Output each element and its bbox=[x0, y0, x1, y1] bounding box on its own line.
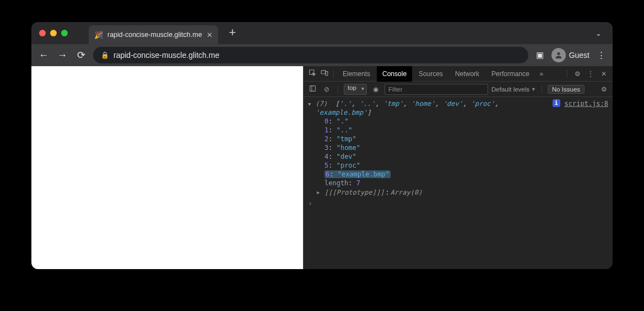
profile-button[interactable]: Guest bbox=[551, 48, 589, 62]
tab-performance[interactable]: Performance bbox=[486, 66, 535, 82]
devtools-kebab-icon[interactable]: ⋮ bbox=[585, 70, 596, 78]
array-summary-item: '..' bbox=[359, 100, 375, 108]
console-prompt[interactable]: › bbox=[308, 197, 608, 208]
minimize-window-button[interactable] bbox=[50, 30, 57, 36]
browser-tab[interactable]: 🎉 rapid-concise-muscle.glitch.me ✕ bbox=[89, 25, 218, 44]
console-array-summary-row[interactable]: (7) ['.', '..', 'tmp', 'home', 'dev', 'p… bbox=[308, 99, 608, 117]
avatar-icon bbox=[551, 48, 566, 62]
array-length-prefix: (7) bbox=[316, 100, 328, 108]
lock-icon: 🔒 bbox=[101, 51, 109, 59]
prototype-row[interactable]: [[[Prototype]]]: Array(0) bbox=[308, 187, 608, 197]
context-selector[interactable]: top bbox=[344, 84, 367, 95]
tab-sources[interactable]: Sources bbox=[413, 66, 448, 82]
address-bar[interactable]: 🔒 rapid-concise-muscle.glitch.me bbox=[93, 47, 528, 63]
devtools-tabbar: Elements Console Sources Network Perform… bbox=[304, 66, 613, 82]
array-entry: 5: "proc" bbox=[324, 161, 608, 170]
array-entry: 3: "home" bbox=[324, 143, 608, 152]
tab-network[interactable]: Network bbox=[450, 66, 485, 82]
url-text: rapid-concise-muscle.glitch.me bbox=[113, 51, 219, 60]
issues-button[interactable]: No Issues bbox=[548, 85, 585, 94]
array-summary-item: '.' bbox=[339, 100, 351, 108]
live-expression-icon[interactable]: ◉ bbox=[370, 85, 381, 93]
maximize-window-button[interactable] bbox=[61, 30, 68, 36]
console-settings-icon[interactable]: ⚙ bbox=[598, 85, 609, 93]
inspect-element-icon[interactable] bbox=[307, 69, 318, 78]
browser-window: 🎉 rapid-concise-muscle.glitch.me ✕ + ⌄ ←… bbox=[31, 22, 613, 269]
tab-title: rapid-concise-muscle.glitch.me bbox=[107, 31, 202, 39]
content-area: Elements Console Sources Network Perform… bbox=[31, 66, 613, 269]
toolbar: ← → ⟳ 🔒 rapid-concise-muscle.glitch.me ▣… bbox=[31, 44, 613, 66]
array-entry: 1: ".." bbox=[324, 126, 608, 135]
log-levels-label: Default levels bbox=[491, 86, 529, 93]
array-summary-item: 'proc' bbox=[470, 100, 494, 108]
forward-button[interactable]: → bbox=[56, 50, 69, 61]
devtools-settings-icon[interactable]: ⚙ bbox=[572, 70, 583, 78]
side-panel-icon[interactable]: ▣ bbox=[534, 50, 546, 60]
svg-rect-2 bbox=[321, 71, 326, 74]
new-tab-button[interactable]: + bbox=[229, 25, 236, 40]
console-output[interactable]: (7) ['.', '..', 'tmp', 'home', 'dev', 'p… bbox=[304, 97, 613, 269]
array-entry: 0: "." bbox=[324, 117, 608, 126]
close-tab-button[interactable]: ✕ bbox=[207, 31, 213, 39]
clear-console-icon[interactable]: ⊘ bbox=[321, 85, 332, 93]
page-viewport[interactable] bbox=[31, 66, 303, 269]
filter-input[interactable] bbox=[385, 84, 488, 95]
array-summary-item: 'example.bmp' bbox=[316, 109, 367, 116]
console-filter-bar: ⊘ top ◉ Default levels ▼ No Issues ⚙ bbox=[304, 82, 613, 97]
expand-toggle-icon[interactable] bbox=[308, 99, 315, 109]
tab-console[interactable]: Console bbox=[377, 66, 412, 82]
array-entry: 4: "dev" bbox=[324, 152, 608, 161]
titlebar: 🎉 rapid-concise-muscle.glitch.me ✕ + ⌄ bbox=[31, 22, 613, 44]
reload-button[interactable]: ⟳ bbox=[74, 49, 88, 61]
more-tabs-icon[interactable]: » bbox=[536, 70, 547, 78]
expand-toggle-icon[interactable] bbox=[317, 187, 323, 197]
array-entry: 2: "tmp" bbox=[324, 135, 608, 143]
array-entry: 6: "example.bmp" bbox=[324, 170, 608, 179]
svg-rect-4 bbox=[310, 85, 315, 91]
array-summary-item: 'dev' bbox=[443, 100, 463, 108]
close-window-button[interactable] bbox=[39, 30, 46, 36]
devtools-close-icon[interactable]: ✕ bbox=[598, 70, 609, 78]
kebab-menu-button[interactable]: ⋮ bbox=[595, 50, 607, 60]
window-controls bbox=[39, 30, 68, 36]
device-toolbar-icon[interactable] bbox=[319, 69, 330, 78]
array-entries: 0: "."1: ".."2: "tmp"3: "home"4: "dev"5:… bbox=[308, 117, 608, 179]
svg-point-0 bbox=[557, 52, 560, 55]
info-badge-icon[interactable]: i bbox=[553, 99, 560, 107]
profile-label: Guest bbox=[569, 51, 589, 60]
array-length-row: length: 7 bbox=[308, 179, 608, 187]
tabs-overflow-button[interactable]: ⌄ bbox=[596, 29, 602, 37]
favicon-icon: 🎉 bbox=[94, 31, 103, 39]
array-summary-item: 'tmp' bbox=[383, 100, 403, 108]
array-summary-item: 'home' bbox=[411, 100, 435, 108]
console-sidebar-toggle-icon[interactable] bbox=[307, 85, 318, 94]
log-levels-selector[interactable]: Default levels ▼ bbox=[491, 86, 536, 93]
source-link[interactable]: script.js:8 bbox=[560, 99, 608, 108]
back-button[interactable]: ← bbox=[37, 50, 50, 61]
devtools-panel: Elements Console Sources Network Perform… bbox=[303, 66, 613, 269]
tab-elements[interactable]: Elements bbox=[337, 66, 376, 82]
